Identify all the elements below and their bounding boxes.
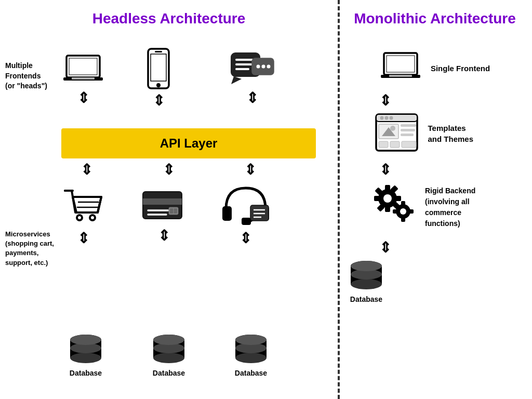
arrow-headset-down: ⇕ — [240, 231, 251, 246]
svg-rect-89 — [393, 209, 398, 214]
card-icon — [140, 185, 187, 227]
svg-rect-71 — [401, 124, 416, 127]
col1-db: Database — [68, 334, 104, 377]
col2-db: Database — [151, 334, 187, 377]
svg-point-64 — [389, 116, 393, 120]
svg-rect-79 — [374, 196, 380, 201]
col3-db: Database — [233, 334, 269, 377]
mono-db-icon — [348, 260, 384, 293]
svg-point-6 — [156, 83, 161, 87]
db3-icon — [233, 334, 269, 367]
svg-point-94 — [351, 261, 382, 271]
svg-point-22 — [78, 216, 81, 219]
mono-content: Single Frontend ⇕ — [338, 32, 532, 399]
mono-arrow2: ⇕ — [379, 161, 391, 178]
arrow-col1-api-below: ⇕ — [81, 161, 92, 178]
svg-rect-86 — [401, 201, 405, 206]
mono-laptop-icon — [380, 50, 421, 86]
svg-rect-88 — [408, 209, 414, 214]
arrow-col3-api-below: ⇕ — [244, 161, 256, 178]
arrow-col2-api-below: ⇕ — [163, 161, 175, 178]
col1-micro: ⇕ — [62, 185, 104, 248]
db2-icon — [151, 334, 187, 367]
svg-rect-78 — [395, 196, 401, 201]
laptop-icon — [62, 53, 104, 89]
svg-point-75 — [383, 194, 392, 203]
col3-micro: ⇕ — [221, 185, 270, 248]
chat-icon — [229, 50, 275, 89]
mono-backend-row: Rigid Backend(involving allcommercefunct… — [338, 183, 532, 232]
mono-arrow1: ⇕ — [379, 92, 391, 109]
arrow-phone-down: ⇕ — [153, 94, 165, 108]
svg-rect-76 — [385, 185, 390, 191]
svg-rect-68 — [379, 141, 388, 148]
svg-rect-70 — [402, 141, 416, 148]
mono-arrow3: ⇕ — [379, 239, 391, 256]
headless-content: MultipleFrontends(or "heads") Microservi… — [0, 32, 338, 399]
svg-point-85 — [400, 208, 406, 215]
monolithic-title: Monolithic Architecture — [354, 10, 516, 27]
db1-icon — [68, 334, 104, 367]
mono-templates-row: Templatesand Themes — [338, 113, 532, 154]
col2-micro: ⇕ — [140, 185, 187, 245]
headset-icon — [221, 185, 270, 229]
frontends-label: MultipleFrontends(or "heads") — [5, 61, 60, 91]
diagram-container: Headless Architecture MultipleFrontends(… — [0, 0, 532, 399]
db2-label: Database — [153, 369, 185, 377]
single-frontend-label: Single Frontend — [431, 63, 490, 74]
svg-rect-59 — [389, 75, 412, 77]
db3-label: Database — [235, 369, 267, 377]
phone-icon — [145, 48, 171, 91]
svg-point-67 — [390, 126, 395, 131]
arrow-card-down: ⇕ — [158, 229, 170, 243]
cart-icon — [62, 185, 104, 229]
svg-point-92 — [351, 279, 382, 289]
svg-point-63 — [384, 116, 388, 120]
svg-point-14 — [257, 65, 260, 69]
mono-frontend-row: Single Frontend — [338, 50, 532, 86]
svg-rect-3 — [72, 77, 95, 79]
svg-rect-77 — [385, 206, 390, 212]
svg-rect-5 — [151, 54, 166, 81]
svg-point-48 — [153, 353, 184, 363]
backend-label: Rigid Backend(involving allcommercefunct… — [425, 185, 498, 229]
gear-icon — [372, 183, 419, 232]
mono-db-col: Database — [348, 260, 384, 303]
svg-rect-1 — [69, 58, 97, 75]
svg-point-43 — [70, 353, 101, 363]
svg-point-53 — [235, 353, 267, 363]
svg-rect-57 — [387, 56, 415, 72]
monolithic-side: Monolithic Architecture Single Frontend … — [338, 0, 532, 399]
col3-frontends: ⇕ — [229, 50, 275, 108]
svg-rect-73 — [401, 134, 414, 136]
arrow-chat-down: ⇕ — [246, 91, 258, 105]
svg-point-55 — [235, 335, 267, 345]
svg-point-24 — [91, 216, 94, 219]
headless-side: Headless Architecture MultipleFrontends(… — [0, 0, 338, 399]
headless-title: Headless Architecture — [92, 10, 246, 27]
svg-point-16 — [267, 65, 271, 69]
svg-rect-36 — [242, 218, 251, 225]
svg-rect-7 — [155, 51, 162, 52]
svg-rect-87 — [401, 217, 405, 222]
templates-label: Templatesand Themes — [428, 123, 496, 144]
svg-point-15 — [262, 65, 265, 69]
svg-rect-27 — [143, 198, 182, 205]
svg-rect-72 — [401, 129, 415, 131]
api-layer: API Layer — [61, 128, 316, 158]
arrow-laptop-down: ⇕ — [77, 91, 89, 105]
svg-point-50 — [153, 335, 184, 345]
arrow-cart-down: ⇕ — [77, 231, 89, 246]
db1-label: Database — [70, 369, 102, 377]
svg-marker-12 — [231, 76, 242, 84]
col1-frontends: ⇕ — [62, 53, 104, 108]
browser-icon — [375, 113, 419, 154]
svg-rect-33 — [222, 206, 232, 221]
svg-point-45 — [70, 335, 101, 345]
microservices-label: Microservices(shopping cart,payments,sup… — [5, 230, 62, 268]
mono-db-label: Database — [350, 295, 382, 303]
col2-frontends: ⇕ — [145, 48, 171, 110]
svg-rect-69 — [390, 141, 400, 148]
svg-point-62 — [380, 116, 383, 120]
